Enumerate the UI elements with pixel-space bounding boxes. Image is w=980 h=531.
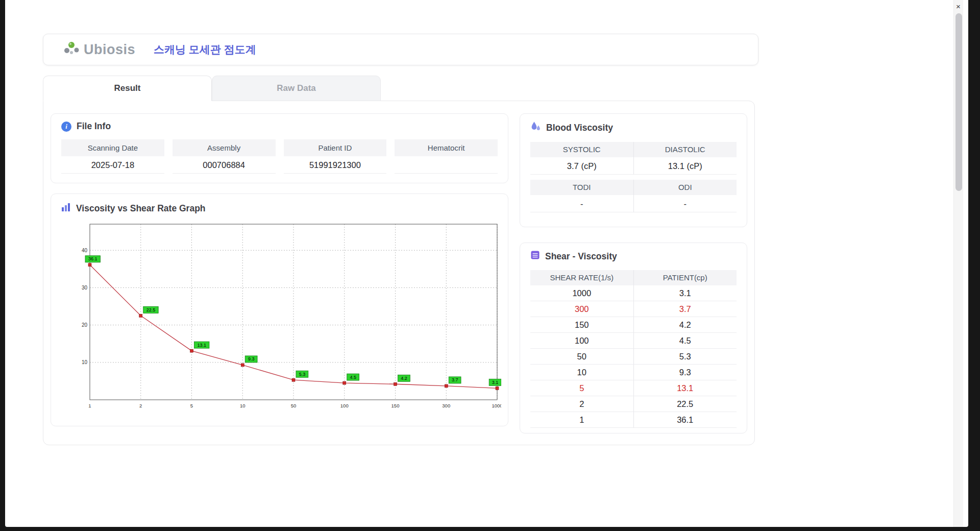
field-label: Hematocrit xyxy=(395,139,498,156)
svg-text:13.1: 13.1 xyxy=(197,343,206,348)
bv-header-systolic: SYSTOLIC xyxy=(530,142,634,157)
table-icon xyxy=(530,250,540,262)
shear-rate-cell: 2 xyxy=(530,396,634,412)
svg-text:40: 40 xyxy=(82,248,88,253)
patient-cell: 4.2 xyxy=(634,317,737,333)
table-row: 1000 3.1 xyxy=(530,285,737,301)
bv-header-odi: ODI xyxy=(634,180,737,195)
table-row: 1 36.1 xyxy=(530,412,737,428)
bv-group-systolic-diastolic: SYSTOLIC DIASTOLIC 3.7 (cP) 13.1 (cP) xyxy=(530,142,737,175)
field-value: 2025-07-18 xyxy=(61,156,164,174)
viscosity-shear-chart: 102030401251050100150300100036.122.513.1… xyxy=(75,220,498,417)
table-row: 150 4.2 xyxy=(530,317,737,333)
brand-name: Ubiosis xyxy=(84,42,135,58)
svg-text:300: 300 xyxy=(442,403,450,408)
col-patient: PATIENT(cp) xyxy=(634,270,737,285)
svg-text:22.5: 22.5 xyxy=(146,307,156,312)
graph-title-text: Viscosity vs Shear Rate Graph xyxy=(76,203,206,214)
patient-cell: 5.3 xyxy=(634,349,737,365)
patient-cell: 36.1 xyxy=(634,412,737,428)
water-drop-icon xyxy=(530,121,541,134)
file-info-title-text: File Info xyxy=(77,121,111,132)
close-icon[interactable]: × xyxy=(953,1,963,12)
field-value xyxy=(395,156,498,174)
shear-rate-cell: 100 xyxy=(530,333,634,349)
file-info-title: i File Info xyxy=(61,121,498,132)
viscosity-graph-card: Viscosity vs Shear Rate Graph 1020304012… xyxy=(51,194,508,426)
svg-text:4.5: 4.5 xyxy=(350,375,356,380)
app-window: Ubiosis 스캐닝 모세관 점도계 Result Raw Data i Fi… xyxy=(5,0,968,527)
field-scanning-date: Scanning Date 2025-07-18 xyxy=(61,139,164,174)
tab-bar: Result Raw Data xyxy=(43,76,758,101)
svg-text:30: 30 xyxy=(82,285,88,291)
field-label: Patient ID xyxy=(284,139,387,156)
svg-text:20: 20 xyxy=(82,322,88,328)
bv-value-odi: - xyxy=(634,195,737,212)
scrollbar-thumb[interactable] xyxy=(955,13,962,191)
table-row: 5 13.1 xyxy=(530,380,737,396)
field-value: 51991921300 xyxy=(284,156,387,174)
result-panel: i File Info Scanning Date 2025-07-18 Ass… xyxy=(43,101,755,445)
svg-text:10: 10 xyxy=(82,359,88,365)
table-row: 300 3.7 xyxy=(530,301,737,317)
svg-text:3.7: 3.7 xyxy=(452,377,458,382)
patient-cell: 13.1 xyxy=(634,380,737,396)
bv-value-diastolic: 13.1 (cP) xyxy=(634,157,737,175)
svg-text:3.1: 3.1 xyxy=(492,380,499,385)
svg-text:150: 150 xyxy=(391,403,400,408)
shear-rate-cell: 10 xyxy=(530,365,634,380)
shear-viscosity-card: Shear - Viscosity SHEAR RATE(1/s) PATIEN… xyxy=(520,243,747,433)
field-label: Assembly xyxy=(173,139,276,156)
bv-value-systolic: 3.7 (cP) xyxy=(530,157,634,175)
shear-viscosity-title: Shear - Viscosity xyxy=(530,250,737,262)
file-info-card: i File Info Scanning Date 2025-07-18 Ass… xyxy=(51,113,508,183)
svg-text:10: 10 xyxy=(240,403,246,408)
blood-viscosity-title-text: Blood Viscosity xyxy=(546,123,613,133)
svg-text:9.3: 9.3 xyxy=(248,356,255,361)
svg-text:5: 5 xyxy=(190,403,193,408)
main-content: Ubiosis 스캐닝 모세관 점도계 Result Raw Data i Fi… xyxy=(43,34,758,445)
bv-group-todi-odi: TODI ODI - - xyxy=(530,180,737,212)
patient-cell: 9.3 xyxy=(634,365,737,380)
shear-table-header: SHEAR RATE(1/s) PATIENT(cp) xyxy=(530,270,737,285)
info-icon: i xyxy=(61,122,71,132)
table-row: 2 22.5 xyxy=(530,396,737,412)
bar-chart-icon xyxy=(61,202,71,214)
tab-result[interactable]: Result xyxy=(43,76,212,101)
field-label: Scanning Date xyxy=(61,139,164,156)
shear-rate-cell: 1 xyxy=(530,412,634,428)
shear-rate-cell: 1000 xyxy=(530,285,634,301)
blood-viscosity-card: Blood Viscosity SYSTOLIC DIASTOLIC 3.7 (… xyxy=(520,113,747,227)
scrollbar[interactable] xyxy=(953,0,963,527)
field-hematocrit: Hematocrit xyxy=(395,139,498,174)
table-row: 100 4.5 xyxy=(530,333,737,349)
bv-header-diastolic: DIASTOLIC xyxy=(634,142,737,157)
patient-cell: 3.7 xyxy=(634,301,737,317)
field-patient-id: Patient ID 51991921300 xyxy=(284,139,387,174)
patient-cell: 3.1 xyxy=(634,285,737,301)
table-row: 50 5.3 xyxy=(530,349,737,365)
bv-header-todi: TODI xyxy=(530,180,634,195)
ubiosis-logo: Ubiosis xyxy=(63,40,135,59)
svg-text:50: 50 xyxy=(291,403,297,408)
header: Ubiosis 스캐닝 모세관 점도계 xyxy=(43,34,758,65)
file-info-fields: Scanning Date 2025-07-18 Assembly 000706… xyxy=(61,139,498,174)
page-title: 스캐닝 모세관 점도계 xyxy=(154,42,256,57)
svg-text:36.1: 36.1 xyxy=(88,256,97,261)
blood-viscosity-title: Blood Viscosity xyxy=(530,121,737,134)
tab-raw-data[interactable]: Raw Data xyxy=(212,76,381,101)
svg-text:2: 2 xyxy=(139,403,142,408)
shear-rate-cell: 150 xyxy=(530,317,634,333)
svg-text:5.3: 5.3 xyxy=(299,372,306,377)
patient-cell: 22.5 xyxy=(634,396,737,412)
table-row: 10 9.3 xyxy=(530,365,737,380)
graph-title: Viscosity vs Shear Rate Graph xyxy=(61,202,498,214)
shear-viscosity-title-text: Shear - Viscosity xyxy=(545,251,617,262)
field-assembly: Assembly 000706884 xyxy=(173,139,276,174)
col-shear-rate: SHEAR RATE(1/s) xyxy=(530,270,634,285)
shear-rate-cell: 300 xyxy=(530,301,634,317)
svg-text:4.2: 4.2 xyxy=(401,376,407,381)
svg-text:1: 1 xyxy=(88,403,91,408)
svg-text:100: 100 xyxy=(340,403,349,408)
field-value: 000706884 xyxy=(173,156,276,174)
